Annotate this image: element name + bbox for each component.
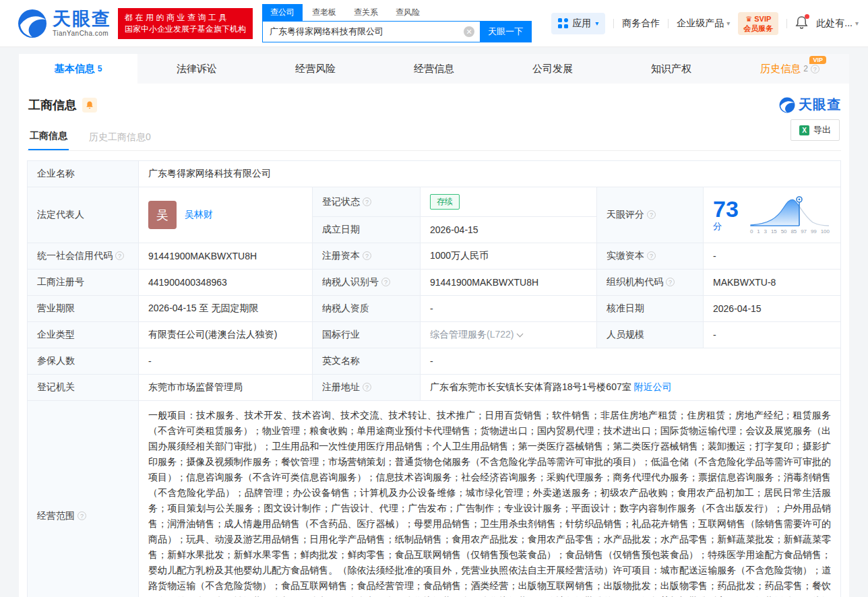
value-score: 73分 [704,187,841,243]
search-box: ✕ 天眼一下 [262,21,532,42]
search-tab-company[interactable]: 查公司 [262,4,303,21]
table-row: 营业期限 2026-04-15 至 无固定期限 纳税人资质 - 核准日期 202… [28,296,841,322]
top-menu: 应用 ▾ 商务合作 企业级产品 ▾ ♛ SVIP 会员服务 此处有... ▾ [551,12,859,35]
value-taxpayer-quality: - [421,296,597,322]
user-label: 此处有... [816,18,852,30]
apps-menu[interactable]: 应用 ▾ [551,13,605,34]
value-reg-address: 广东省东莞市长安镇长安体育路18号1号楼607室 附近公司 [421,375,841,401]
company-nav-tabs: 基本信息 5 法律诉讼 经营风险 经营信息 公司发展 知识产权 VIP 历史信息… [19,54,849,84]
label-company-type: 企业类型 [28,322,139,348]
tab-history-info[interactable]: VIP 历史信息 2 ? [731,54,849,84]
tianyancha-logo-icon [779,97,795,113]
search-tab-relation[interactable]: 查关系 [346,4,386,21]
table-row: 法定代表人 吴 吴林财 登记状态 ? 存续 天眼评分 ? [28,187,841,217]
export-button[interactable]: X 导出 [790,119,840,141]
help-icon[interactable]: ? [363,251,371,260]
label-approval-date: 核准日期 [597,296,704,322]
label-insured-count: 参保人数 [28,348,139,375]
svip-line2: 会员服务 [743,24,773,33]
clear-icon[interactable]: ✕ [464,26,474,37]
menu-cooperation[interactable]: 商务合作 [622,18,660,30]
chevron-down-icon: ▾ [726,20,730,27]
score-axis-labels: 0131550859799100 [749,228,831,234]
tab-legal[interactable]: 法律诉讼 [137,54,256,84]
value-org-code: MAKBWXTU-8 [704,270,841,296]
apps-label: 应用 [572,18,591,30]
label-english-name: 英文名称 [313,348,421,375]
subscribe-bell-button[interactable] [82,98,97,113]
vip-badge: VIP [809,56,826,64]
section-title: 工商信息 [28,97,77,113]
help-icon[interactable]: ? [363,383,371,391]
label-reg-status: 登记状态 ? [313,187,421,217]
nearby-companies-link[interactable]: 附近公司 [634,381,672,392]
notification-bell[interactable] [795,15,808,31]
score-distribution-chart: 0131550859799100 [749,195,831,234]
notification-dot [805,14,809,19]
value-reg-status: 存续 [421,187,597,217]
svip-line1: ♛ SVIP [743,14,773,24]
user-menu[interactable]: 此处有... ▾ [816,18,859,30]
tab-company-development[interactable]: 公司发展 [493,54,612,84]
label-score: 天眼评分 ? [597,187,704,243]
watermark-logo: 天眼查 [779,96,841,114]
label-credit-code: 统一社会信用代码 ? [28,243,139,270]
excel-icon: X [799,125,809,135]
chevron-down-icon [517,331,524,338]
tab-basic-info[interactable]: 基本信息 5 [19,54,137,84]
value-taxpayer-id: 91441900MAKBWXTU8H [421,270,597,296]
apps-grid-icon [558,18,568,28]
table-row: 企业类型 有限责任公司(港澳台法人独资) 国标行业 综合管理服务(L722) 人… [28,322,841,348]
subtab-business-info[interactable]: 工商信息 [28,125,69,150]
divider [786,19,787,28]
help-icon[interactable]: ? [647,210,656,219]
value-industry[interactable]: 综合管理服务(L722) [421,322,597,348]
help-icon[interactable]: ? [647,251,656,260]
promo-line2: 国家中小企业发展子基金旗下机构 [125,24,246,35]
divider [613,19,614,28]
tab-intellectual-property[interactable]: 知识产权 [612,54,731,84]
subtab-history-business-info[interactable]: 历史工商信息0 [88,126,152,150]
bell-curve-icon [749,195,831,228]
site-logo[interactable]: 天眼查 TianYanCha.com [18,9,111,38]
help-icon[interactable]: ? [115,251,124,260]
help-icon[interactable]: ? [363,197,371,206]
table-row: 登记机关 东莞市市场监督管理局 注册地址 ? 广东省东莞市长安镇长安体育路18号… [28,375,841,401]
value-reg-number: 441900400348963 [139,270,313,296]
label-staff-size: 人员规模 [597,322,704,348]
tab-count: 2 [803,64,808,73]
help-icon[interactable]: ? [666,278,675,286]
value-business-scope: 一般项目：技术服务、技术开发、技术咨询、技术交流、技术转让、技术推广；日用百货销… [139,401,841,597]
search-tab-risk[interactable]: 查风险 [388,4,428,21]
value-company-name: 广东粤得家网络科技有限公司 [139,161,841,187]
search-input[interactable] [263,22,464,42]
table-row: 工商注册号 441900400348963 纳税人识别号 ? 91441900M… [28,270,841,296]
tab-operating-info[interactable]: 经营信息 [375,54,493,84]
help-icon[interactable]: ? [381,278,390,286]
help-icon[interactable]: ? [78,511,86,520]
label-industry: 国标行业 [313,322,421,348]
label-reg-number: 工商注册号 [28,270,139,296]
legal-rep-link[interactable]: 吴林财 [185,209,213,221]
watermark-text: 天眼查 [799,96,841,114]
search-tab-boss[interactable]: 查老板 [304,4,344,21]
help-icon[interactable]: ? [811,65,819,73]
svip-badge[interactable]: ♛ SVIP 会员服务 [738,12,778,35]
tab-operating-risk[interactable]: 经营风险 [256,54,375,84]
enterprise-label: 企业级产品 [677,18,724,30]
tianyancha-logo-icon [18,9,47,38]
label-paid-capital: 实缴资本 ? [597,243,704,270]
menu-enterprise[interactable]: 企业级产品 ▾ [677,18,730,30]
business-info-card: 工商信息 天眼查 工商信息 历史工商信息0 X 导出 [19,84,849,597]
value-legal-rep: 吴 吴林财 [139,187,313,243]
search-area: 查公司 查老板 查关系 查风险 ✕ 天眼一下 [262,4,532,42]
subtab-row: 工商信息 历史工商信息0 X 导出 [27,125,841,151]
divider [668,19,669,28]
promo-banner: 都在用的商业查询工具 国家中小企业发展子基金旗下机构 [118,8,253,39]
label-reg-authority: 登记机关 [28,375,139,401]
search-button[interactable]: 天眼一下 [480,22,531,42]
avatar[interactable]: 吴 [148,201,177,229]
logo-subtitle: TianYanCha.com [53,30,111,37]
status-badge: 存续 [430,194,460,210]
bell-icon [86,100,94,109]
